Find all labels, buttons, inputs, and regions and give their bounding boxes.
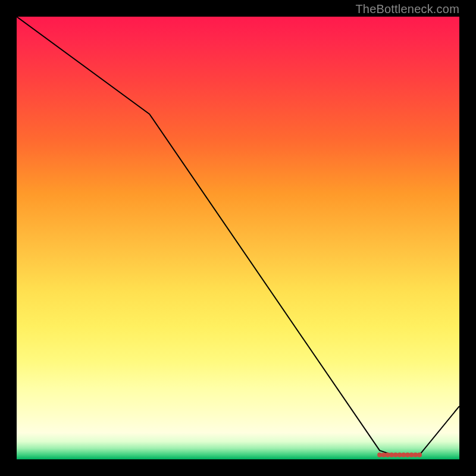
chart-plot-area — [17, 17, 459, 459]
chart-svg — [17, 17, 459, 459]
chart-frame: { "watermark": "TheBottleneck.com", "cha… — [0, 0, 476, 476]
chart-line-black-line — [17, 17, 459, 455]
chart-marker — [417, 453, 422, 458]
watermark-text: TheBottleneck.com — [355, 2, 459, 16]
